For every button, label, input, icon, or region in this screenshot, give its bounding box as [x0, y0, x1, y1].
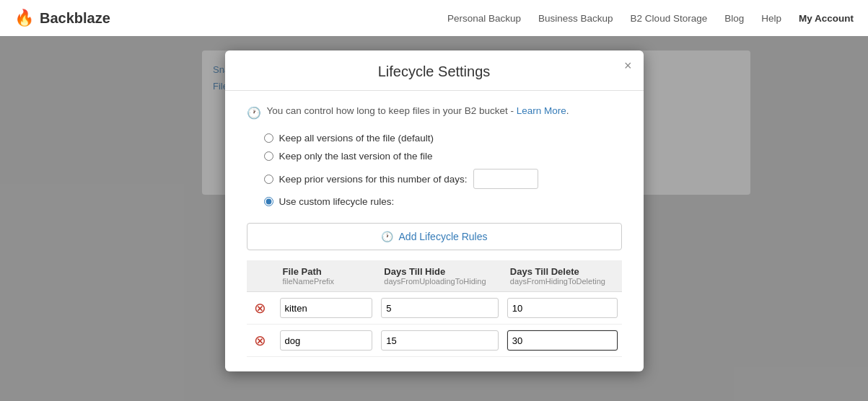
table-row: ⊗: [247, 325, 622, 357]
lifecycle-settings-modal: Lifecycle Settings × 🕐 You can control h…: [225, 50, 644, 371]
modal-title: Lifecycle Settings: [378, 63, 491, 79]
modal-backdrop: Lifecycle Settings × 🕐 You can control h…: [0, 36, 868, 401]
learn-more-link[interactable]: Learn More: [517, 105, 566, 116]
th-days-delete-sub: daysFromHidingToDeleting: [510, 277, 615, 286]
modal-close-button[interactable]: ×: [624, 59, 632, 72]
info-clock-icon: 🕐: [247, 106, 261, 120]
brand-logo: 🔥 Backblaze: [14, 9, 110, 27]
nav-b2-cloud-storage[interactable]: B2 Cloud Storage: [631, 13, 708, 24]
table-row: ⊗: [247, 292, 622, 325]
row-1-path-input[interactable]: [280, 330, 373, 351]
row-1-hide-input[interactable]: [381, 330, 499, 351]
radio-last-version[interactable]: Keep only the last version of the file: [264, 151, 622, 162]
add-lifecycle-icon: 🕐: [381, 231, 393, 242]
nav-personal-backup[interactable]: Personal Backup: [447, 13, 521, 24]
th-file-path: File Path fileNamePrefix: [276, 260, 377, 292]
th-days-delete: Days Till Delete daysFromHidingToDeletin…: [503, 260, 622, 292]
th-file-path-label: File Path: [283, 266, 322, 277]
radio-last-version-input[interactable]: [264, 151, 273, 161]
radio-prior-versions[interactable]: Keep prior versions for this number of d…: [264, 169, 622, 189]
table-header-row: File Path fileNamePrefix Days Till Hide …: [247, 260, 622, 292]
lifecycle-table: File Path fileNamePrefix Days Till Hide …: [247, 260, 622, 357]
table-body: ⊗⊗: [247, 292, 622, 357]
nav-links: Personal Backup Business Backup B2 Cloud…: [447, 13, 854, 24]
radio-last-version-label: Keep only the last version of the file: [279, 151, 433, 162]
th-days-hide-sub: daysFromUploadingToHiding: [384, 277, 496, 286]
radio-prior-versions-label: Keep prior versions for this number of d…: [279, 174, 468, 185]
remove-row-1-button[interactable]: ⊗: [251, 333, 269, 348]
th-days-hide-label: Days Till Hide: [384, 266, 445, 277]
radio-group: Keep all versions of the file (default) …: [264, 133, 622, 207]
info-line: 🕐 You can control how long to keep files…: [247, 105, 622, 120]
th-days-hide: Days Till Hide daysFromUploadingToHiding: [377, 260, 503, 292]
nav-my-account[interactable]: My Account: [799, 13, 854, 24]
row-1-delete-input[interactable]: [507, 330, 618, 351]
radio-all-versions[interactable]: Keep all versions of the file (default): [264, 133, 622, 144]
radio-all-versions-label: Keep all versions of the file (default): [279, 133, 434, 144]
nav-blog[interactable]: Blog: [724, 13, 744, 24]
top-nav: 🔥 Backblaze Personal Backup Business Bac…: [0, 0, 868, 36]
row-0-hide-input[interactable]: [381, 298, 499, 318]
row-0-delete-input[interactable]: [507, 298, 618, 318]
th-file-path-sub: fileNamePrefix: [283, 277, 370, 286]
radio-custom-rules-input[interactable]: [264, 197, 273, 206]
nav-help[interactable]: Help: [761, 13, 781, 24]
modal-header: Lifecycle Settings ×: [225, 50, 644, 91]
nav-business-backup[interactable]: Business Backup: [538, 13, 613, 24]
info-text: You can control how long to keep files i…: [267, 105, 569, 116]
days-input[interactable]: [473, 169, 538, 189]
remove-row-0-button[interactable]: ⊗: [251, 301, 269, 315]
brand-name: Backblaze: [40, 10, 110, 27]
row-0-path-input[interactable]: [280, 298, 373, 318]
radio-custom-rules-label: Use custom lifecycle rules:: [279, 196, 395, 207]
add-lifecycle-rules-button[interactable]: 🕐 Add Lifecycle Rules: [247, 223, 622, 250]
modal-body: 🕐 You can control how long to keep files…: [225, 91, 644, 371]
radio-all-versions-input[interactable]: [264, 133, 273, 143]
flame-icon: 🔥: [14, 9, 34, 27]
radio-custom-rules[interactable]: Use custom lifecycle rules:: [264, 196, 622, 207]
th-remove: [247, 260, 276, 292]
th-days-delete-label: Days Till Delete: [510, 266, 579, 277]
add-lifecycle-label: Add Lifecycle Rules: [399, 231, 488, 242]
radio-prior-versions-input[interactable]: [264, 175, 273, 184]
